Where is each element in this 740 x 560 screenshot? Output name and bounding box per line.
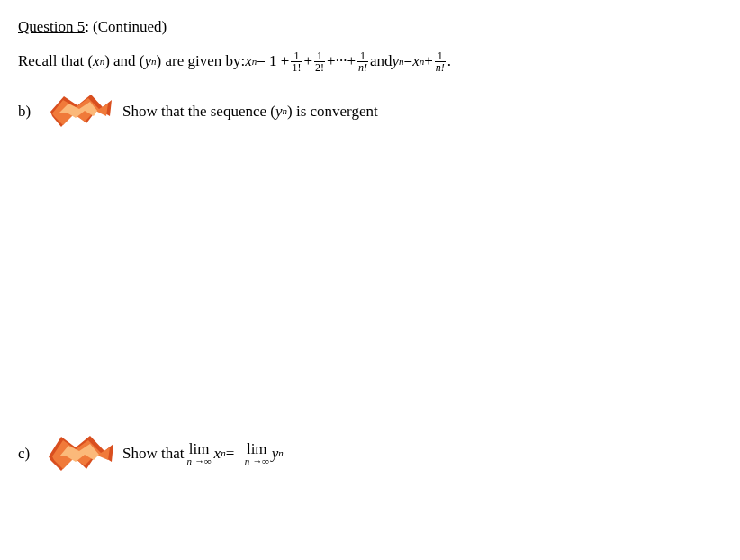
question-label: Question 5 (18, 18, 85, 35)
question-header: Question 5: (Continued) (18, 16, 722, 38)
and-text: and (370, 50, 393, 72)
var-x: x (412, 50, 420, 72)
pc-yn: n (278, 447, 284, 460)
part-c-row: c) Show that lim n →∞ xn = lim n →∞ yn (18, 431, 722, 476)
pb-y: y (275, 101, 283, 122)
plus: + (327, 50, 336, 72)
part-b-row: b) Show that the sequence ( yn ) is conv… (18, 89, 722, 134)
fold-icon (41, 89, 119, 134)
limit-block: lim n →∞ (186, 441, 211, 466)
part-b-label: b) (18, 101, 38, 122)
fraction: 1n! (357, 50, 368, 73)
continued-text: : (Continued) (85, 18, 167, 35)
pc-x: x (214, 443, 221, 465)
var-y: y (393, 50, 400, 72)
pc-t1: Show that (122, 443, 184, 465)
var-y: y (145, 50, 152, 72)
fraction: 12! (314, 50, 325, 73)
recall-prefix: Recall that ( (18, 50, 93, 72)
pc-eq: = (226, 443, 235, 465)
recall-line: Recall that ( xn ) and ( yn ) are given … (18, 50, 722, 73)
plus: + (347, 50, 356, 72)
dots: ··· (336, 50, 347, 72)
period: . (447, 50, 451, 72)
plus: + (303, 50, 312, 72)
eq-is: = 1 + (257, 50, 289, 72)
equals: = (404, 50, 413, 72)
pc-y: y (272, 443, 279, 465)
fraction: 11! (291, 50, 302, 73)
plus: + (424, 50, 433, 72)
part-b-text: Show that the sequence ( yn ) is converg… (122, 101, 378, 122)
fraction: 1n! (435, 50, 446, 73)
part-c-label: c) (18, 443, 38, 465)
fold-icon (41, 431, 119, 476)
pb-t1: Show that the sequence ( (122, 101, 275, 122)
var-x: x (93, 50, 100, 72)
recall-p2: ) and ( (104, 50, 144, 72)
limit-block: lim n →∞ (245, 441, 269, 466)
eq-x: x (245, 50, 252, 72)
part-c-text: Show that lim n →∞ xn = lim n →∞ yn (122, 441, 284, 466)
recall-p3: ) are given by: (157, 50, 246, 72)
pb-t2: ) is convergent (287, 101, 378, 122)
